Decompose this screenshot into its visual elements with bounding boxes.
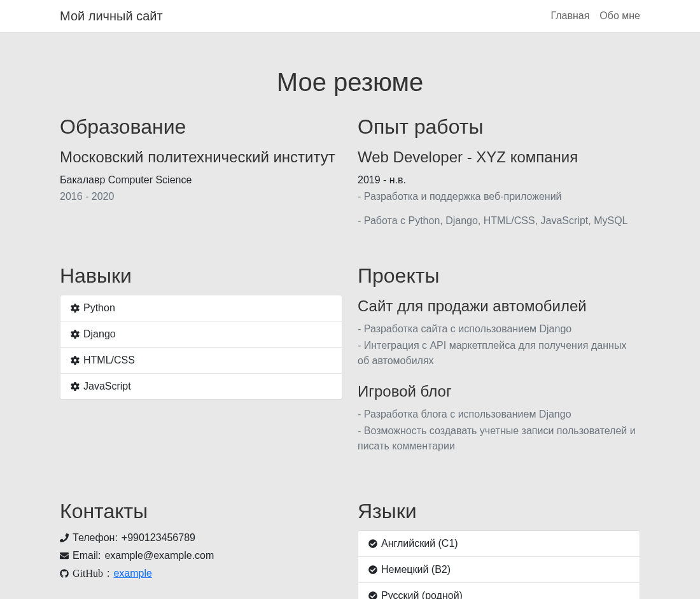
education-section: Образование Московский политехнический и… xyxy=(60,111,342,230)
project-title: Игровой блог xyxy=(358,380,640,403)
languages-section: Языки Английский (C1) Немецкий (B2) Русс… xyxy=(358,496,640,599)
phone-label: Телефон: xyxy=(73,530,118,546)
list-item: Русский (родной) xyxy=(358,583,640,599)
gear-icon xyxy=(71,382,80,391)
language-label: Английский (C1) xyxy=(381,536,458,551)
project-item: Игровой блог - Разработка блога с исполь… xyxy=(358,380,640,454)
skill-label: JavaScript xyxy=(83,379,131,394)
education-heading: Образование xyxy=(60,111,342,142)
gear-icon xyxy=(71,356,80,365)
list-item: JavaScript xyxy=(60,374,342,399)
experience-bullet: - Разработка и поддержка веб-приложений xyxy=(358,189,640,204)
list-item: Английский (C1) xyxy=(358,531,640,557)
email-label: Email: xyxy=(73,548,101,563)
list-item: Django xyxy=(60,321,342,348)
projects-heading: Проекты xyxy=(358,260,640,291)
skill-label: Python xyxy=(83,300,115,316)
contacts-section: Контакты Телефон: +990123456789 Email: e… xyxy=(60,496,342,599)
nav-links: Главная Обо мне xyxy=(550,8,640,24)
contact-email: Email: example@example.com xyxy=(60,548,342,563)
contact-phone: Телефон: +990123456789 xyxy=(60,530,342,546)
language-label: Немецкий (B2) xyxy=(381,562,451,577)
check-circle-icon xyxy=(368,591,377,599)
skill-label: Django xyxy=(83,327,116,342)
email-value: example@example.com xyxy=(104,548,214,563)
gear-icon xyxy=(71,330,80,339)
education-years: 2016 - 2020 xyxy=(60,189,342,204)
gear-icon xyxy=(71,304,80,313)
check-circle-icon xyxy=(368,539,377,548)
project-title: Сайт для продажи автомобилей xyxy=(358,295,640,318)
phone-icon xyxy=(60,533,69,542)
languages-list: Английский (C1) Немецкий (B2) Русский (р… xyxy=(358,530,640,599)
education-school: Московский политехнический институт xyxy=(60,146,342,169)
skills-section: Навыки Python Django HTML/CSS JavaScript xyxy=(60,260,342,465)
experience-bullet: - Работа с Python, Django, HTML/CSS, Jav… xyxy=(358,213,640,229)
row-skills-projects: Навыки Python Django HTML/CSS JavaScript xyxy=(60,260,640,465)
navbar-brand[interactable]: Мой личный сайт xyxy=(60,6,163,25)
check-circle-icon xyxy=(368,565,377,574)
contacts-heading: Контакты xyxy=(60,496,342,526)
education-degree: Бакалавр Computer Science xyxy=(60,173,342,188)
page-title: Мое резюме xyxy=(60,63,640,101)
experience-section: Опыт работы Web Developer - XYZ компания… xyxy=(358,111,640,230)
experience-heading: Опыт работы xyxy=(358,111,640,142)
list-item: Немецкий (B2) xyxy=(358,557,640,583)
project-bullet: - Разработка сайта с использованием Djan… xyxy=(358,321,640,337)
row-contacts-languages: Контакты Телефон: +990123456789 Email: e… xyxy=(60,496,640,599)
language-label: Русский (родной) xyxy=(381,588,463,599)
project-bullet: - Возможность создавать учетные записи п… xyxy=(358,423,640,454)
skills-heading: Навыки xyxy=(60,260,342,291)
list-item: Python xyxy=(60,295,342,321)
github-label: GitHub xyxy=(73,566,103,581)
github-link[interactable]: example xyxy=(113,566,151,581)
envelope-icon xyxy=(60,551,69,560)
experience-period: 2019 - н.в. xyxy=(358,173,640,188)
contact-github: GitHub:example xyxy=(60,566,342,581)
projects-section: Проекты Сайт для продажи автомобилей - Р… xyxy=(358,260,640,465)
nav-link-home[interactable]: Главная xyxy=(550,8,589,24)
skill-label: HTML/CSS xyxy=(83,353,135,368)
project-bullet: - Разработка блога с использованием Djan… xyxy=(358,407,640,422)
colon: : xyxy=(107,566,109,581)
project-bullet: - Интеграция с API маркетплейса для полу… xyxy=(358,338,640,369)
phone-value: +990123456789 xyxy=(122,530,195,546)
project-item: Сайт для продажи автомобилей - Разработк… xyxy=(358,295,640,369)
languages-heading: Языки xyxy=(358,496,640,526)
github-icon xyxy=(60,569,69,578)
skills-list: Python Django HTML/CSS JavaScript xyxy=(60,295,342,400)
experience-position: Web Developer - XYZ компания xyxy=(358,146,640,169)
list-item: HTML/CSS xyxy=(60,348,342,374)
navbar: Мой личный сайт Главная Обо мне xyxy=(0,0,700,32)
nav-link-about[interactable]: Обо мне xyxy=(599,8,640,24)
row-education-experience: Образование Московский политехнический и… xyxy=(60,111,640,230)
